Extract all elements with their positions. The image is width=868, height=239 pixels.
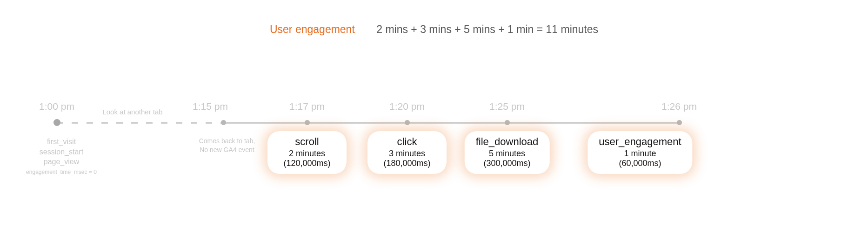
event-card-click: click 3 minutes (180,000ms) xyxy=(367,131,447,174)
event-duration: 2 minutes xyxy=(279,149,335,159)
start-event-line: page_view xyxy=(40,157,83,167)
event-name: click xyxy=(379,136,435,148)
time-label: 1:20 pm xyxy=(389,101,425,112)
return-note-line: Comes back to tab, xyxy=(199,137,255,146)
return-note-line: No new GA4 event xyxy=(199,146,255,154)
timeline-dot xyxy=(305,120,310,125)
timeline-gap-segment xyxy=(57,122,223,124)
timeline-dot xyxy=(53,119,60,126)
timeline-active-segment xyxy=(223,122,679,124)
event-name: file_download xyxy=(476,136,539,148)
timeline: 1:00 pm first_visit session_start page_v… xyxy=(47,122,840,124)
event-card-scroll: scroll 2 minutes (120,000ms) xyxy=(267,131,347,174)
timeline-dot xyxy=(405,120,410,125)
event-card-file-download: file_download 5 minutes (300,000ms) xyxy=(465,131,550,174)
time-label: 1:26 pm xyxy=(661,101,697,112)
event-ms: (300,000ms) xyxy=(476,159,539,168)
event-name: scroll xyxy=(279,136,335,148)
title: User engagement xyxy=(270,23,355,35)
start-event-line: session_start xyxy=(40,147,83,157)
away-tab-note: Look at another tab xyxy=(102,108,162,116)
start-event-line: first_visit xyxy=(40,137,83,147)
header-line: User engagement 2 mins + 3 mins + 5 mins… xyxy=(0,23,868,36)
event-duration: 5 minutes xyxy=(476,149,539,159)
event-ms: (180,000ms) xyxy=(379,159,435,168)
timeline-dot xyxy=(505,120,510,125)
timeline-dot xyxy=(677,120,682,125)
time-label: 1:00 pm xyxy=(39,101,74,112)
time-label: 1:25 pm xyxy=(489,101,525,112)
engagement-formula: 2 mins + 3 mins + 5 mins + 1 min = 11 mi… xyxy=(376,23,598,35)
event-ms: (60,000ms) xyxy=(599,159,681,168)
event-name: user_engagement xyxy=(599,136,681,148)
event-duration: 1 minute xyxy=(599,149,681,159)
event-card-user-engagement: user_engagement 1 minute (60,000ms) xyxy=(588,131,692,174)
event-duration: 3 minutes xyxy=(379,149,435,159)
event-ms: (120,000ms) xyxy=(279,159,335,168)
time-label: 1:15 pm xyxy=(193,101,228,112)
engagement-zero-note: engagement_time_msec = 0 xyxy=(26,168,97,176)
return-tab-note: Comes back to tab, No new GA4 event xyxy=(199,137,255,154)
timeline-dot xyxy=(221,120,226,125)
start-events-note: first_visit session_start page_view xyxy=(40,137,83,167)
time-label: 1:17 pm xyxy=(289,101,325,112)
